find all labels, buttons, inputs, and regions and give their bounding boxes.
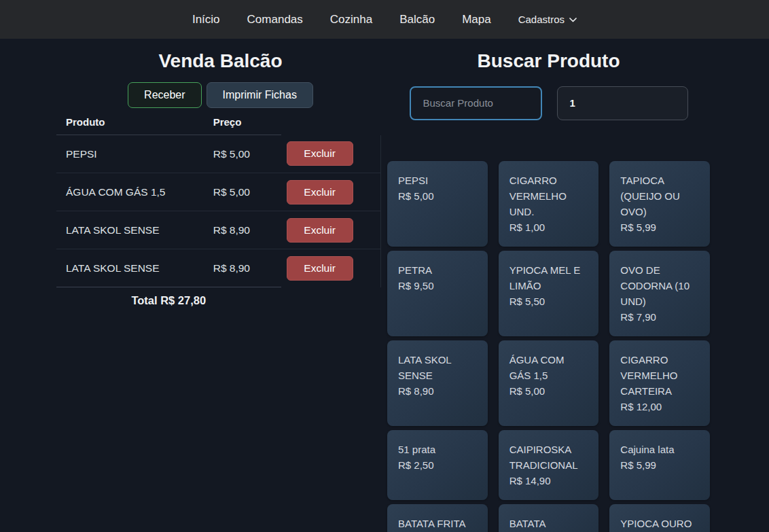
nav-item-cozinha[interactable]: Cozinha [330, 13, 372, 26]
product-card[interactable]: BATATA [499, 504, 599, 532]
search-panel-title: Buscar Produto [385, 50, 713, 73]
chevron-down-icon [569, 18, 577, 22]
item-price: R$ 8,90 [213, 249, 281, 287]
delete-item-button[interactable]: Excluir [287, 218, 353, 243]
product-name: YPIOCA OURO [620, 516, 699, 531]
nav-item-inicio[interactable]: Início [192, 13, 220, 26]
product-grid: PEPSI R$ 5,00 CIGARRO VERMELHO UND. R$ 1… [387, 161, 710, 532]
product-name: Cajuina lata [620, 442, 699, 457]
search-panel: Buscar Produto PEPSI R$ 5,00 CIGARRO VER… [385, 39, 713, 532]
nav-item-mapa[interactable]: Mapa [462, 13, 491, 26]
table-row: LATA SKOL SENSE R$ 8,90 Excluir [56, 211, 381, 249]
item-product-name: LATA SKOL SENSE [56, 249, 213, 287]
product-price: R$ 5,99 [620, 219, 699, 235]
product-price: R$ 2,50 [398, 457, 477, 473]
item-price: R$ 5,00 [213, 173, 281, 211]
delete-item-button[interactable]: Excluir [287, 180, 353, 205]
product-card[interactable]: TAPIOCA (QUEIJO OU OVO) R$ 5,99 [609, 161, 710, 247]
product-card[interactable]: PETRA R$ 9,50 [387, 251, 488, 336]
product-price: R$ 5,50 [509, 294, 588, 309]
quantity-input[interactable] [557, 86, 688, 120]
receive-button[interactable]: Receber [128, 82, 201, 108]
product-name: BATATA [509, 516, 588, 531]
product-name: CIGARRO VERMELHO UND. [509, 173, 588, 219]
product-price: R$ 12,00 [620, 399, 699, 414]
print-tickets-button[interactable]: Imprimir Fichas [207, 82, 313, 108]
sale-items-body: PEPSI R$ 5,00 Excluir ÁGUA COM GÁS 1,5 R… [56, 135, 381, 287]
nav-item-comandas[interactable]: Comandas [247, 13, 303, 26]
item-product-name: PEPSI [56, 135, 213, 173]
product-name: ÁGUA COM GÁS 1,5 [509, 352, 588, 383]
total-row: Total R$ 27,80 [56, 287, 381, 315]
table-row: LATA SKOL SENSE R$ 8,90 Excluir [56, 249, 381, 287]
product-name: YPIOCA MEL E LIMÃO [509, 262, 588, 294]
product-card[interactable]: LATA SKOL SENSE R$ 8,90 [387, 340, 488, 426]
item-product-name: ÁGUA COM GÁS 1,5 [56, 173, 213, 211]
item-actions-cell: Excluir [281, 249, 381, 287]
product-price: R$ 1,00 [509, 219, 588, 235]
sale-panel-title: Venda Balcão [56, 50, 385, 73]
top-navbar: Início Comandas Cozinha Balcão Mapa Cada… [0, 0, 769, 39]
product-name: OVO DE CODORNA (10 UND) [620, 262, 699, 309]
column-header-actions [281, 109, 381, 135]
item-actions-cell: Excluir [281, 173, 381, 211]
item-product-name: LATA SKOL SENSE [56, 211, 213, 249]
sale-items-table: Produto Preço PEPSI R$ 5,00 Excluir [56, 109, 381, 315]
sale-total: Total R$ 27,80 [56, 287, 281, 315]
product-card[interactable]: CAIPIROSKA TRADICIONAL R$ 14,90 [499, 430, 599, 500]
product-card[interactable]: YPIOCA OURO [609, 504, 710, 532]
product-card[interactable]: CIGARRO VERMELHO UND. R$ 1,00 [499, 161, 599, 247]
product-price: R$ 5,99 [620, 457, 699, 473]
product-price: R$ 5,00 [398, 188, 477, 204]
product-card[interactable]: Cajuina lata R$ 5,99 [609, 430, 710, 500]
nav-dropdown-label: Cadastros [518, 14, 565, 25]
product-name: CIGARRO VERMELHO CARTEIRA [620, 352, 699, 399]
search-controls [385, 86, 713, 120]
product-card[interactable]: OVO DE CODORNA (10 UND) R$ 7,90 [609, 251, 710, 336]
delete-item-button[interactable]: Excluir [287, 141, 353, 166]
product-name: 51 prata [398, 442, 477, 457]
column-header-price: Preço [213, 109, 281, 135]
product-name: CAIPIROSKA TRADICIONAL [509, 442, 588, 473]
item-price: R$ 8,90 [213, 211, 281, 249]
product-card[interactable]: YPIOCA MEL E LIMÃO R$ 5,50 [499, 251, 599, 336]
product-card[interactable]: ÁGUA COM GÁS 1,5 R$ 5,00 [499, 340, 599, 426]
product-name: BATATA FRITA [398, 516, 477, 531]
sale-panel: Venda Balcão Receber Imprimir Fichas Pro… [56, 39, 385, 532]
product-name: PEPSI [398, 173, 477, 188]
product-name: TAPIOCA (QUEIJO OU OVO) [620, 173, 699, 219]
product-card[interactable]: PEPSI R$ 5,00 [387, 161, 488, 247]
item-actions-cell: Excluir [281, 211, 381, 249]
search-input[interactable] [410, 86, 542, 120]
column-header-product: Produto [56, 109, 213, 135]
nav-dropdown-cadastros[interactable]: Cadastros [518, 14, 577, 25]
product-price: R$ 7,90 [620, 309, 699, 325]
sale-actions: Receber Imprimir Fichas [56, 82, 385, 108]
table-row: ÁGUA COM GÁS 1,5 R$ 5,00 Excluir [56, 173, 381, 211]
delete-item-button[interactable]: Excluir [287, 256, 353, 281]
product-price: R$ 5,00 [509, 383, 588, 399]
item-price: R$ 5,00 [213, 135, 281, 173]
main-content: Venda Balcão Receber Imprimir Fichas Pro… [56, 39, 713, 532]
product-card[interactable]: CIGARRO VERMELHO CARTEIRA R$ 12,00 [609, 340, 710, 426]
product-name: LATA SKOL SENSE [398, 352, 477, 383]
item-actions-cell: Excluir [281, 135, 381, 173]
product-card[interactable]: BATATA FRITA [387, 504, 488, 532]
table-row: PEPSI R$ 5,00 Excluir [56, 135, 381, 173]
product-price: R$ 9,50 [398, 278, 477, 294]
nav-item-balcao[interactable]: Balcão [399, 13, 435, 26]
product-name: PETRA [398, 262, 477, 278]
product-card[interactable]: 51 prata R$ 2,50 [387, 430, 488, 500]
product-price: R$ 8,90 [398, 383, 477, 399]
product-price: R$ 14,90 [509, 473, 588, 489]
